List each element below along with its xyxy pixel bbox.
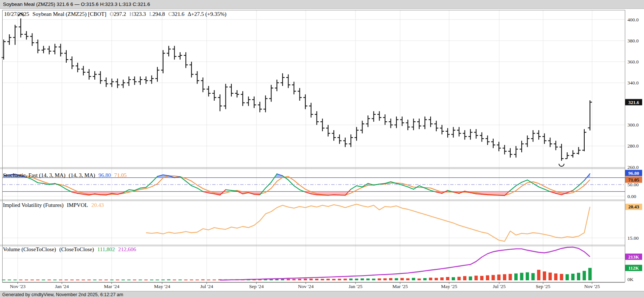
close-value: 321.6: [172, 11, 185, 17]
svg-text:Nov '25: Nov '25: [584, 284, 600, 289]
volume-label: Volume (CloseToClose): [3, 246, 56, 252]
svg-text:15.00: 15.00: [627, 235, 639, 241]
stochastic-label: Stochastic, Fast (14, 3, MA): [3, 172, 66, 178]
lowest-low-marker: [559, 164, 564, 166]
svg-text:0K: 0K: [627, 277, 634, 282]
stochastic-header: Stochastic, Fast (14, 3, MA)(14, 3, MA)9…: [3, 172, 130, 179]
svg-text:May '24: May '24: [154, 284, 170, 289]
svg-text:360.0: 360.0: [627, 59, 639, 65]
svg-text:Mar '24: Mar '24: [104, 284, 119, 289]
footer-status-bar: Generated by cmdtyView, November 2nd 202…: [0, 291, 644, 298]
svg-text:213K: 213K: [628, 254, 640, 260]
quote-header: 10/27/2025Soybean Meal (ZMZ25) [CBOT]O29…: [4, 11, 230, 17]
svg-text:Nov '24: Nov '24: [298, 284, 314, 289]
high-value: 323.3: [133, 11, 146, 17]
svg-text:300.0: 300.0: [627, 122, 639, 128]
high-label: H: [129, 11, 133, 17]
chart-svg[interactable]: Nov '23Jan '24Mar '24May '24Jul '24Sep '…: [0, 0, 644, 298]
stochastic-k-value: 96.80: [98, 172, 111, 178]
open-label: O: [110, 11, 114, 17]
impvol-line: [146, 204, 590, 242]
quote-instrument: Soybean Meal (ZMZ25) [CBOT]: [32, 11, 106, 17]
svg-text:Nov '23: Nov '23: [10, 284, 26, 289]
svg-text:Sep '24: Sep '24: [249, 284, 264, 289]
change-value: ∆+27.5 (+9.35%): [188, 11, 227, 17]
svg-text:20.43: 20.43: [628, 204, 639, 209]
stochastic-axis-labels: 50.000.0096.8071.05: [625, 170, 642, 199]
svg-text:71.05: 71.05: [628, 177, 639, 183]
svg-text:96.80: 96.80: [628, 170, 639, 176]
svg-text:Jul '24: Jul '24: [200, 284, 213, 289]
impvol-label: Implied Volatility (Futures): [3, 202, 63, 208]
quote-date: 10/27/2025: [4, 11, 29, 17]
stochastic-reference-lines: [2, 178, 625, 192]
svg-text:May '25: May '25: [441, 284, 457, 289]
impvol-study: IMPVOL: [67, 202, 88, 208]
svg-text:112K: 112K: [629, 265, 640, 271]
volume-header: Volume (CloseToClose)(CloseToClose)111,8…: [3, 246, 139, 253]
stochastic-params: (14, 3, MA): [69, 172, 95, 178]
close-label: C: [168, 11, 172, 17]
vertical-gridlines: [18, 10, 592, 282]
chart-canvas[interactable]: Nov '23Jan '24Mar '24May '24Jul '24Sep '…: [0, 0, 644, 298]
price-axis-labels: 400.0380.0360.0340.0300.0280.0260.0321.6: [625, 17, 642, 170]
svg-text:340.0: 340.0: [627, 80, 639, 86]
volume-value: 111,802: [97, 246, 115, 252]
svg-text:Jan '24: Jan '24: [55, 284, 69, 289]
cmdtyview-chart-window: Soybean Meal (ZMZ25) 321.6 6 — O:315.6 H…: [0, 0, 644, 298]
svg-text:Jan '25: Jan '25: [349, 284, 363, 289]
open-value: 297.2: [114, 11, 126, 17]
svg-text:Sep '25: Sep '25: [536, 284, 550, 289]
svg-text:280.0: 280.0: [627, 143, 639, 149]
svg-text:0.00: 0.00: [627, 194, 636, 199]
svg-text:321.6: 321.6: [628, 100, 639, 105]
volume-axis-labels: 0K213K112K: [625, 254, 642, 282]
impvol-header: Implied Volatility (Futures)IMPVOL20.43: [3, 202, 107, 208]
svg-text:380.0: 380.0: [627, 38, 639, 44]
volume-line-value: 212,606: [118, 246, 136, 252]
svg-text:Mar '25: Mar '25: [392, 284, 408, 289]
price-ohlc-series: [2, 18, 592, 161]
stochastic-d-value: 71.05: [114, 172, 127, 178]
svg-text:260.0: 260.0: [627, 164, 639, 170]
low-label: L: [149, 11, 153, 17]
volume-params: (CloseToClose): [59, 246, 94, 252]
impvol-value: 20.43: [91, 202, 104, 208]
svg-text:400.0: 400.0: [627, 17, 639, 22]
low-value: 294.8: [153, 11, 165, 17]
svg-text:Jul '25: Jul '25: [493, 284, 505, 289]
impvol-axis-labels: 15.0020.43: [625, 204, 642, 240]
x-axis: Nov '23Jan '24Mar '24May '24Jul '24Sep '…: [10, 282, 600, 289]
